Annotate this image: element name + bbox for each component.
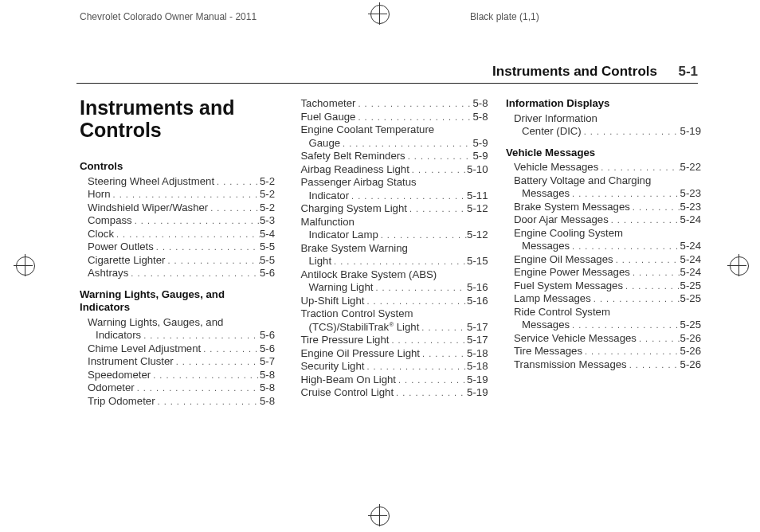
toc-entry: Odometer5-8 (80, 381, 275, 395)
toc-entry-page: 5-24 (680, 213, 701, 227)
toc-entry-page: 5-16 (467, 295, 488, 308)
toc-entry-label: Brake System Messages (506, 201, 630, 214)
toc-entry-page: 5-25 (680, 319, 701, 332)
toc-entry-page: 5-19 (467, 386, 488, 400)
toc-entry: Ashtrays5-6 (80, 267, 275, 280)
toc-entry-page: 5-26 (680, 358, 701, 372)
section-page: 5-1 (678, 64, 698, 79)
toc-entry-page: 5-8 (472, 97, 488, 111)
toc-entry: Engine Oil Messages5-24 (506, 253, 701, 267)
toc-entry: Airbag Readiness Light5-10 (293, 163, 488, 177)
toc-entry-label: Cigarette Lighter (80, 254, 166, 268)
toc-entry: Fuel System Messages5-25 (506, 280, 701, 293)
toc-entry-label: Tachometer (293, 97, 356, 111)
toc-entry: Messages5-24 (506, 240, 701, 253)
toc-entry: Light5-15 (293, 255, 488, 268)
toc-entry: Security Light5-18 (293, 360, 488, 374)
toc-leader-dots (340, 137, 472, 151)
toc-entry-label: Gauge (293, 137, 341, 151)
toc-entry-label: Security Light (293, 360, 365, 374)
toc-entry: (TCS)/StabiliTrak® Light5-17 (293, 321, 488, 334)
toc-leader-dots (570, 240, 680, 253)
toc-entry: Tachometer5-8 (293, 97, 488, 111)
toc-entry: Instrument Cluster5-7 (80, 355, 275, 369)
toc-entry-label: (TCS)/StabiliTrak® Light (293, 321, 420, 334)
toc-entry-page: 5-12 (467, 229, 488, 242)
toc-entry-page: 5-19 (467, 374, 488, 387)
toc-leader-dots (373, 281, 467, 295)
toc-entry-page: 5-11 (467, 190, 488, 203)
toc-entry-label: Clock (80, 228, 114, 241)
toc-entry: Cruise Control Light5-19 (293, 386, 488, 400)
toc-entry-label: Warning Light (293, 281, 374, 295)
toc-entry-page: 5-6 (260, 267, 275, 280)
toc-entry-label: Tire Messages (506, 345, 582, 358)
toc-entry-label: Odometer (80, 381, 135, 395)
toc-leader-dots (151, 369, 260, 382)
toc-entry-wrap: Engine Coolant Temperature (293, 123, 488, 137)
toc-leader-dots (630, 266, 680, 280)
toc-leader-dots (355, 97, 472, 111)
toc-leader-dots (132, 214, 260, 228)
toc-entry: Clock5-4 (80, 228, 275, 241)
toc-entry-page: 5-6 (260, 342, 275, 356)
toc-entry: Brake System Messages5-23 (506, 201, 701, 214)
toc-leader-dots (419, 321, 467, 334)
toc-leader-dots (154, 241, 260, 254)
toc-entry-label: Vehicle Messages (506, 161, 598, 174)
toc-entry-page: 5-17 (467, 321, 488, 334)
toc-entry-label: Light (293, 255, 332, 268)
toc-leader-dots (582, 345, 680, 358)
toc-leader-dots (155, 395, 260, 409)
toc-entry-label: Tire Pressure Light (293, 334, 390, 347)
toc-entry: Indicator Lamp5-12 (293, 229, 488, 242)
toc-leader-dots (591, 292, 680, 306)
toc-entry: Steering Wheel Adjustment5-2 (80, 175, 275, 189)
toc-leader-dots (389, 334, 467, 347)
toc-entry-page: 5-2 (260, 188, 275, 201)
toc-group-wlgi: Warning Lights, Gauges, and Indicators W… (80, 288, 275, 409)
toc-entry-page: 5-7 (260, 355, 275, 369)
registration-mark-icon (370, 507, 390, 526)
toc-entry-wrap: Traction Control System (293, 307, 488, 321)
toc-entry-label: Indicator (293, 190, 350, 203)
toc-leader-dots (214, 175, 260, 189)
toc-entry-wrap: Battery Voltage and Charging (506, 174, 701, 188)
toc-entry: High-Beam On Light5-19 (293, 374, 488, 387)
toc-entry: Vehicle Messages5-22 (506, 161, 701, 174)
toc-entry: Lamp Messages5-25 (506, 292, 701, 306)
manual-name: Chevrolet Colorado Owner Manual - 2011 (80, 11, 257, 22)
toc-entry: Messages5-25 (506, 319, 701, 332)
toc-leader-dots (627, 358, 680, 372)
toc-entry-page: 5-8 (472, 111, 488, 124)
toc-entry-page: 5-3 (260, 214, 275, 228)
toc-entry-label: Fuel System Messages (506, 280, 623, 293)
toc-leader-dots (128, 267, 260, 280)
toc-entry-label: Engine Oil Messages (506, 253, 613, 267)
toc-entry-page: 5-26 (680, 345, 701, 358)
toc-entry-page: 5-5 (260, 254, 275, 268)
toc-entry-wrap: Malfunction (293, 216, 488, 229)
toc-entry-label: Fuel Gauge (293, 111, 356, 124)
toc-entry: Up-Shift Light5-16 (293, 295, 488, 308)
toc-leader-dots (394, 386, 467, 400)
toc-leader-dots (396, 374, 467, 387)
toc-leader-dots (613, 253, 680, 267)
toc-entry: Engine Oil Pressure Light5-18 (293, 347, 488, 361)
toc-leader-dots (174, 355, 260, 369)
toc-entry-page: 5-24 (680, 240, 701, 253)
toc-column-3: Information Displays Driver InformationC… (506, 97, 701, 416)
manual-page: Chevrolet Colorado Owner Manual - 2011 B… (0, 0, 760, 532)
toc-entry-label: Center (DIC) (506, 125, 582, 139)
toc-leader-dots (141, 329, 260, 342)
group-title: Vehicle Messages (506, 147, 701, 160)
toc-entry: Safety Belt Reminders5-9 (293, 150, 488, 163)
toc-entry-page: 5-24 (680, 266, 701, 280)
toc-leader-dots (570, 187, 680, 201)
group-title: Information Displays (506, 97, 701, 111)
toc-entry: Power Outlets5-5 (80, 241, 275, 254)
toc-entry-label: Airbag Readiness Light (293, 163, 409, 177)
toc-entry-label: Charging System Light (293, 202, 407, 216)
toc-entry-page: 5-18 (467, 360, 488, 374)
toc-entry-page: 5-19 (680, 125, 701, 139)
